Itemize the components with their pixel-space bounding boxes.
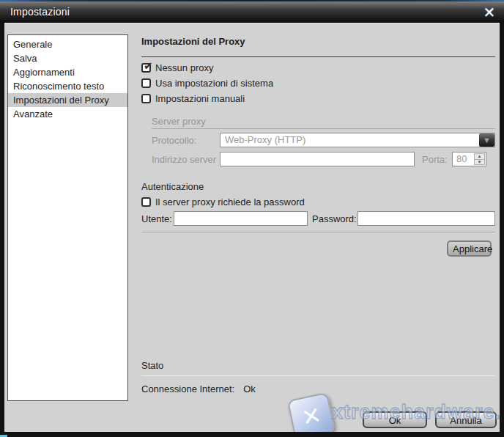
watermark-x-icon: ✕ [300, 403, 324, 430]
sidebar-item-impostazioni-del-proxy[interactable]: Impostazioni del Proxy [8, 93, 127, 107]
user-label: Utente: [141, 213, 172, 224]
window-title: Impostazioni [10, 1, 70, 23]
option-impostazioni-manuali[interactable]: Impostazioni manuali [141, 93, 245, 104]
sidebar-item-generale[interactable]: Generale [8, 37, 127, 51]
sidebar-item-riconoscimento-testo[interactable]: Riconoscimento testo [8, 79, 127, 93]
protocol-dropdown: Web-Proxy (HTTP) ▼ [220, 133, 495, 147]
status-divider [141, 375, 495, 376]
option-label: Il server proxy richiede la password [155, 197, 305, 208]
dialog-content: Generale Salva Aggiornamenti Riconoscime… [4, 23, 500, 432]
server-address-label: Indirizzo server [152, 154, 216, 165]
server-proxy-group-title: Server proxy [152, 116, 206, 127]
ok-button[interactable]: Ok [363, 411, 427, 428]
check-icon: ✔ [144, 60, 153, 71]
port-value: 80 [456, 153, 467, 166]
option-nessun-proxy[interactable]: ✔ Nessun proxy [141, 62, 213, 73]
checkbox-impostazioni-manuali [141, 94, 151, 103]
port-spinner: 80 ▲ ▼ [452, 152, 486, 166]
close-icon: ✕ [483, 5, 496, 20]
checkbox-require-password [141, 197, 151, 207]
option-label: Usa impostazioni di sistema [155, 78, 273, 89]
auth-divider [141, 232, 495, 232]
password-label: Password: [312, 213, 357, 224]
close-button[interactable]: ✕ [480, 3, 499, 21]
status-section-title: Stato [141, 360, 163, 371]
settings-category-list: Generale Salva Aggiornamenti Riconoscime… [7, 34, 128, 401]
xtremehardware-logo: ✕ [287, 392, 336, 432]
header-divider [141, 56, 495, 57]
option-label: Impostazioni manuali [155, 93, 245, 104]
sidebar-item-salva[interactable]: Salva [8, 51, 127, 65]
spinner-down-icon: ▼ [474, 160, 485, 166]
settings-window: Impostazioni ✕ Generale Salva Aggiorname… [0, 0, 504, 437]
checkbox-impostazioni-di-sistema [141, 78, 151, 88]
page-title: Impostazioni del Proxy [141, 36, 245, 47]
password-input[interactable] [357, 211, 495, 226]
option-impostazioni-di-sistema[interactable]: Usa impostazioni di sistema [141, 78, 273, 89]
option-require-password[interactable]: Il server proxy richiede la password [141, 197, 305, 208]
option-label: Nessun proxy [155, 62, 213, 73]
connection-label: Connessione Internet: [141, 383, 234, 394]
dropdown-button: ▼ [479, 133, 494, 147]
auth-section-title: Autenticazione [141, 181, 204, 192]
spinner-buttons: ▲ ▼ [474, 153, 485, 165]
connection-status-value: Ok [243, 383, 256, 394]
user-input[interactable] [174, 211, 308, 226]
sidebar-item-avanzate[interactable]: Avanzate [8, 107, 127, 121]
checkbox-nessun-proxy: ✔ [141, 63, 151, 73]
apply-button[interactable]: Applicare [447, 240, 492, 257]
cancel-button[interactable]: Annulla [435, 411, 497, 428]
protocol-selected-value: Web-Proxy (HTTP) [225, 133, 305, 147]
port-label: Porta: [422, 154, 448, 165]
connection-status-row: Connessione Internet:Ok [141, 383, 256, 394]
sidebar-item-aggiornamenti[interactable]: Aggiornamenti [8, 65, 127, 79]
server-proxy-divider [152, 128, 495, 129]
titlebar: Impostazioni ✕ [0, 1, 504, 23]
chevron-down-icon: ▼ [483, 136, 491, 144]
spinner-up-icon: ▲ [474, 153, 485, 160]
protocol-label: Protocollo: [152, 135, 196, 146]
server-address-input [220, 152, 415, 166]
